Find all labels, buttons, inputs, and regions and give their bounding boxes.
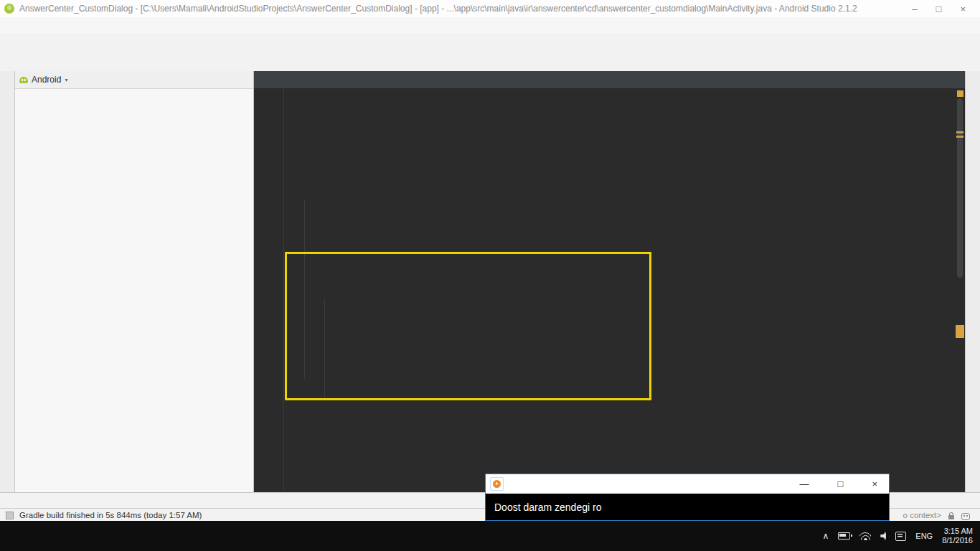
gutter-divider	[283, 88, 284, 492]
windows-taskbar: ∧ ENG 3:15 AM 8/1/2016	[0, 521, 980, 551]
wifi-icon[interactable]	[859, 532, 871, 540]
status-message: Gradle build finished in 5s 844ms (today…	[19, 511, 202, 519]
media-player-window[interactable]: — □ × Doost daram zendegi ro	[485, 474, 890, 521]
code-editor[interactable]	[254, 88, 965, 492]
media-player-controls: — □ ×	[800, 479, 885, 489]
minimize-button[interactable]: –	[912, 4, 917, 14]
context-indicator: o context>	[903, 511, 941, 519]
toolbar	[0, 33, 980, 54]
menu-bar	[0, 17, 980, 34]
main-area: Android ▾	[0, 71, 980, 492]
clock[interactable]: 3:15 AM 8/1/2016	[942, 527, 973, 545]
title-bar: AnswerCenter_CustomDialog - [C:\Users\Ma…	[0, 0, 980, 18]
restore-button[interactable]: □	[936, 4, 942, 14]
minimize-button[interactable]: —	[800, 479, 809, 489]
notifications-icon[interactable]	[895, 532, 906, 541]
chevron-down-icon[interactable]: ▾	[65, 77, 67, 83]
project-panel-header: Android ▾	[15, 71, 253, 89]
editor-area	[254, 71, 965, 492]
android-studio-logo-icon	[4, 4, 14, 14]
editor-tab-bar	[254, 71, 965, 88]
left-tool-strip	[0, 71, 15, 492]
project-panel: Android ▾	[15, 71, 254, 492]
project-view-selector[interactable]: Android	[32, 75, 61, 85]
subtitle-text: Doost daram zendegi ro	[494, 501, 601, 513]
error-stripe-indicator	[957, 90, 963, 97]
breadcrumb	[0, 53, 980, 72]
lock-icon[interactable]	[948, 515, 954, 519]
highlight-annotation-box	[285, 252, 651, 400]
right-tool-strip	[965, 71, 980, 492]
hector-icon[interactable]	[961, 513, 970, 520]
maximize-button[interactable]: □	[838, 479, 844, 489]
window-title: AnswerCenter_CustomDialog - [C:\Users\Ma…	[19, 4, 912, 14]
tray-expand-icon[interactable]: ∧	[823, 531, 829, 541]
indent-guide	[304, 199, 305, 379]
status-bar-right: o context>	[903, 510, 974, 520]
window-controls: – □ ×	[912, 4, 976, 14]
warning-stripe-block	[956, 325, 964, 338]
media-player-icon	[490, 477, 504, 491]
media-player-body: Doost daram zendegi ro	[486, 494, 889, 520]
language-indicator[interactable]: ENG	[915, 532, 933, 540]
media-player-titlebar[interactable]: — □ ×	[486, 474, 889, 494]
tray-date: 8/1/2016	[942, 536, 973, 545]
indent-guide	[324, 300, 325, 400]
android-icon	[19, 77, 28, 83]
system-tray: ∧ ENG 3:15 AM 8/1/2016	[823, 521, 980, 551]
close-button[interactable]: ×	[872, 479, 877, 489]
scrollbar-thumb[interactable]	[957, 98, 963, 278]
close-button[interactable]: ×	[960, 4, 966, 14]
toggle-margin-icon[interactable]	[6, 512, 14, 519]
project-tree	[15, 89, 253, 492]
battery-icon[interactable]	[838, 532, 850, 540]
tray-time: 3:15 AM	[942, 527, 973, 536]
volume-icon[interactable]	[880, 532, 886, 540]
